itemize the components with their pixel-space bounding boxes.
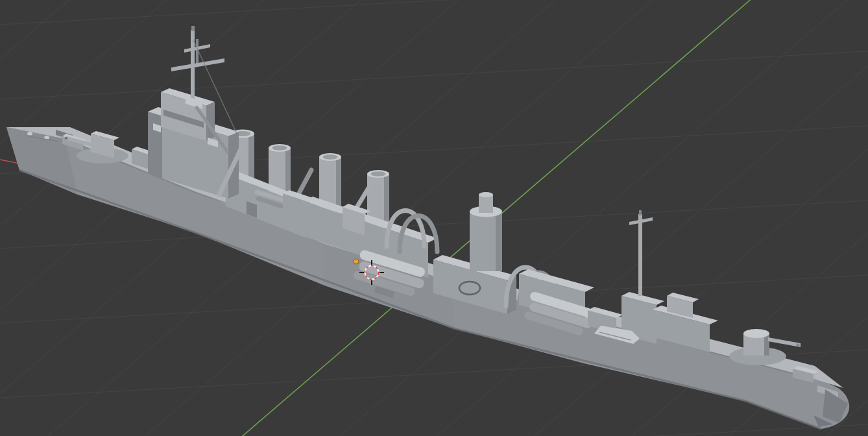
aft-mast-cap	[639, 210, 642, 215]
viewport-canvas[interactable]	[0, 0, 868, 436]
bridge-left-facet	[148, 112, 162, 178]
aft-mast-pole	[638, 214, 642, 296]
object-origin	[354, 259, 359, 264]
tub-mount	[479, 195, 493, 213]
blender-3d-viewport[interactable]	[0, 0, 868, 436]
bollard	[27, 132, 32, 136]
origin-dot	[354, 259, 359, 264]
gun-muzzle	[65, 137, 67, 139]
mast-cap	[191, 26, 195, 31]
mast-post	[196, 39, 199, 65]
